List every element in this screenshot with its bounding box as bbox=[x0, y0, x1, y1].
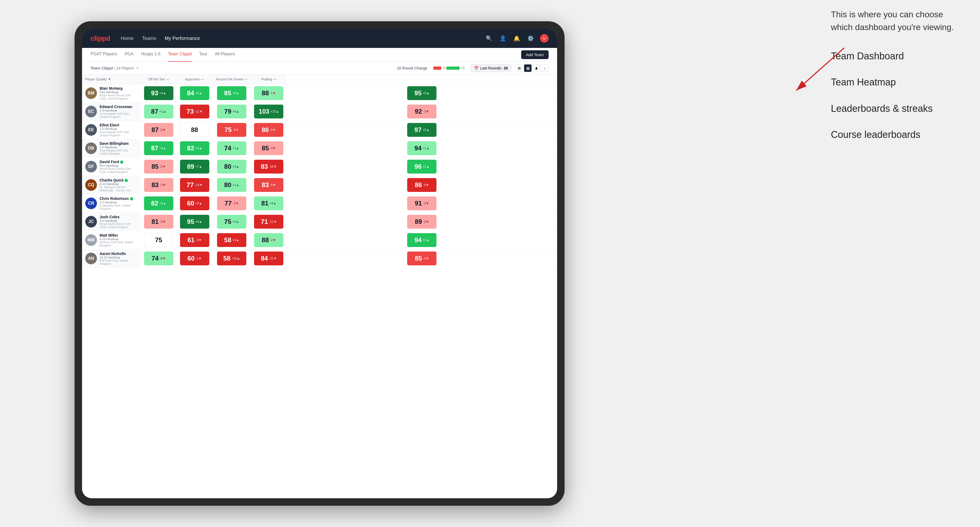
player-club: Royal North Devon Golf Club, United King… bbox=[100, 94, 137, 100]
annotation-item-1: Team Dashboard bbox=[831, 49, 959, 63]
last-rounds-label: Last Rounds: bbox=[480, 66, 502, 70]
last-rounds-value: 20 bbox=[504, 66, 508, 70]
player-cell[interactable]: CR Chris Robertson 1-5 Handicap Craigmil… bbox=[82, 194, 141, 213]
subnav-pgat[interactable]: PGAT Players bbox=[91, 48, 117, 62]
player-quality-cell: 83 -3▼ bbox=[141, 176, 177, 194]
putting-cell: 97 +5▲ bbox=[287, 121, 557, 139]
player-cell[interactable]: CQ Charlie Quick 6-10 Handicap St. Georg… bbox=[82, 176, 141, 194]
player-cell[interactable]: DF David Ford Plus Handicap Royal North … bbox=[82, 157, 141, 176]
table-row: JC Josh Coles 1-5 Handicap Royal North D… bbox=[82, 213, 557, 231]
subnav-tour[interactable]: Tour bbox=[199, 48, 207, 62]
putting-cell: 85 -4▼ bbox=[287, 249, 557, 268]
off-tee-cell: 89 +7▲ bbox=[177, 157, 213, 176]
player-info: Blair McHarg Plus Handicap Royal North D… bbox=[100, 86, 137, 100]
nav-home[interactable]: Home bbox=[121, 36, 134, 41]
player-handicap: 1-5 Handicap bbox=[100, 219, 137, 222]
nav-my-performance[interactable]: My Performance bbox=[165, 36, 200, 41]
table-row: CQ Charlie Quick 6-10 Handicap St. Georg… bbox=[82, 176, 557, 194]
col-putting[interactable]: Putting — bbox=[251, 75, 287, 84]
player-club: Gog Magog Golf Club, United Kingdom bbox=[100, 149, 137, 155]
edit-icon[interactable]: ✎ bbox=[136, 66, 139, 70]
player-cell[interactable]: AN Aaron Nicholls 11-15 Handicap Drift G… bbox=[82, 249, 141, 268]
around-green-cell: 103 +15▲ bbox=[251, 103, 287, 121]
app-logo[interactable]: clippd bbox=[91, 34, 110, 43]
player-info: Elliot Ebert 1-5 Handicap Sunningdale Go… bbox=[100, 123, 137, 137]
table-row: AN Aaron Nicholls 11-15 Handicap Drift G… bbox=[82, 249, 557, 268]
table-header-row: Player Quality ▼ Off the Tee — Approach … bbox=[82, 75, 557, 84]
subnav-hcaps[interactable]: Hcaps 1-5 bbox=[141, 48, 161, 62]
player-handicap: Plus Handicap bbox=[100, 164, 137, 167]
col-around-green[interactable]: Around the Green — bbox=[213, 75, 251, 84]
verified-icon bbox=[125, 179, 128, 182]
table-row: EC Edward Crossman 1-5 Handicap Sunningd… bbox=[82, 103, 557, 121]
off-tee-cell: 95 +8▲ bbox=[177, 213, 213, 231]
player-info: Edward Crossman 1-5 Handicap Sunningdale… bbox=[100, 105, 137, 119]
col-player-quality[interactable]: Player Quality ▼ bbox=[82, 75, 141, 84]
avatar[interactable]: U bbox=[540, 34, 549, 43]
search-icon[interactable]: 🔍 bbox=[485, 34, 493, 43]
nav-teams[interactable]: Teams bbox=[142, 36, 156, 41]
off-tee-cell: 61 -3▼ bbox=[177, 231, 213, 249]
team-header: Team Clippd | 14 Players ✎ 20 Round Chan… bbox=[82, 62, 557, 75]
player-quality-cell: 85 -3▼ bbox=[141, 157, 177, 176]
team-count: | 14 Players bbox=[114, 66, 134, 70]
user-icon[interactable]: 👤 bbox=[498, 34, 507, 43]
subnav-all-players[interactable]: All Players bbox=[215, 48, 235, 62]
approach-cell: 74 +1▲ bbox=[213, 139, 251, 157]
add-team-button[interactable]: Add Team bbox=[521, 50, 549, 59]
download-button[interactable]: ↓ bbox=[541, 64, 549, 72]
player-club: Sunningdale Golf Club, United Kingdom bbox=[100, 130, 137, 137]
player-quality-cell: 87 +4▲ bbox=[141, 139, 177, 157]
around-green-cell: 71 -11▼ bbox=[251, 213, 287, 231]
team-controls: 20 Round Change -5 +5 📅 Last Rounds: 20 … bbox=[397, 64, 549, 72]
bell-icon[interactable]: 🔔 bbox=[512, 34, 521, 43]
last-rounds-button[interactable]: 📅 Last Rounds: 20 bbox=[471, 64, 511, 72]
off-tee-cell: 84 +6▲ bbox=[177, 84, 213, 103]
player-table: Player Quality ▼ Off the Tee — Approach … bbox=[82, 75, 557, 268]
table-view-button[interactable]: ▦ bbox=[524, 64, 531, 72]
annotation-text: This is where you can choose which dashb… bbox=[831, 8, 959, 33]
player-quality-cell: 81 -3▼ bbox=[141, 213, 177, 231]
player-cell[interactable]: EC Edward Crossman 1-5 Handicap Sunningd… bbox=[82, 103, 141, 121]
round-change-neg: -5 bbox=[442, 66, 445, 70]
off-tee-cell: 82 +4▲ bbox=[177, 139, 213, 157]
around-green-cell: 84 -21▼ bbox=[251, 249, 287, 268]
negative-bar bbox=[433, 67, 441, 70]
player-avatar: EE bbox=[85, 124, 97, 136]
approach-cell: 75 +2▲ bbox=[213, 213, 251, 231]
subnav-pga[interactable]: PGA bbox=[125, 48, 134, 62]
approach-cell: 58 +4▲ bbox=[213, 231, 251, 249]
player-name: Edward Crossman bbox=[100, 105, 137, 109]
player-quality-cell: 87 -3▼ bbox=[141, 121, 177, 139]
off-tee-cell: 73 -11▼ bbox=[177, 103, 213, 121]
table-row: EE Elliot Ebert 1-5 Handicap Sunningdale… bbox=[82, 121, 557, 139]
col-approach[interactable]: Approach — bbox=[177, 75, 213, 84]
player-avatar: DF bbox=[85, 161, 97, 173]
settings-icon[interactable]: ⚙️ bbox=[526, 34, 535, 43]
player-club: Sunningdale Golf Club, United Kingdom bbox=[100, 112, 137, 119]
player-name: Josh Coles bbox=[100, 215, 137, 219]
putting-cell: 91 -3▼ bbox=[287, 194, 557, 213]
player-cell[interactable]: MM Matt Miller 6-10 Handicap Woburn Golf… bbox=[82, 231, 141, 249]
player-cell[interactable]: DB Dave Billingham 1-5 Handicap Gog Mago… bbox=[82, 139, 141, 157]
player-info: Dave Billingham 1-5 Handicap Gog Magog G… bbox=[100, 141, 137, 155]
off-tee-cell: 60 -1▼ bbox=[177, 249, 213, 268]
col-off-tee[interactable]: Off the Tee — bbox=[141, 75, 177, 84]
player-cell[interactable]: JC Josh Coles 1-5 Handicap Royal North D… bbox=[82, 213, 141, 231]
player-name: Aaron Nicholls bbox=[100, 252, 137, 256]
subnav-team-clippd[interactable]: Team Clippd bbox=[168, 48, 192, 62]
player-name: Dave Billingham bbox=[100, 141, 137, 146]
chart-view-button[interactable]: ♟ bbox=[533, 64, 540, 72]
player-cell[interactable]: EE Elliot Ebert 1-5 Handicap Sunningdale… bbox=[82, 121, 141, 139]
player-name: Chris Robertson bbox=[100, 197, 137, 201]
player-name: Blair McHarg bbox=[100, 86, 137, 90]
annotation-item-4: Course leaderboards bbox=[831, 128, 959, 141]
grid-view-button[interactable]: ⊞ bbox=[515, 64, 523, 72]
around-green-cell: 88 -1▼ bbox=[251, 84, 287, 103]
player-handicap: 1-5 Handicap bbox=[100, 146, 137, 149]
player-cell[interactable]: BM Blair McHarg Plus Handicap Royal Nort… bbox=[82, 84, 141, 102]
around-green-cell: 85 -3▼ bbox=[251, 139, 287, 157]
player-name: Matt Miller bbox=[100, 233, 137, 237]
navbar-nav: Home Teams My Performance bbox=[121, 36, 485, 41]
player-club: St. George's Hill GC - Weybridge - Surre… bbox=[100, 186, 137, 192]
